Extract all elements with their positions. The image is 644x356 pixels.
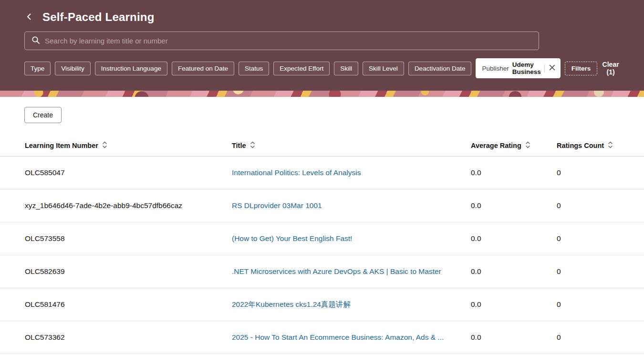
cell-average-rating: 0.0 (471, 333, 557, 342)
column-header-learning-item-number[interactable]: Learning Item Number (25, 141, 232, 150)
column-header-label: Learning Item Number (25, 142, 98, 149)
cell-learning-item-number: OLC573362 (25, 333, 232, 342)
filter-chip-featured-on-date[interactable]: Featured on Date (172, 62, 234, 75)
publisher-chip-value: Udemy Business (512, 61, 541, 75)
search-input[interactable] (45, 37, 532, 45)
table-row: xyz_1b646d46-7ade-4b2e-abb9-4bc57dfb66ca… (0, 189, 644, 222)
sort-icon[interactable] (525, 141, 530, 150)
back-button[interactable] (24, 12, 34, 23)
table-row: OLC581476 2022年Kubernetes cks1.24真题讲解 0.… (0, 288, 644, 321)
cell-title-link[interactable]: (How to Get) Your Best English Fast! (232, 234, 471, 243)
cell-title-link[interactable]: 2022年Kubernetes cks1.24真题讲解 (232, 300, 471, 310)
table-row: OLC585047 International Politics: Levels… (0, 157, 644, 189)
learning-items-table: Learning Item Number Title Average Ratin… (0, 135, 644, 354)
cell-learning-item-number: OLC585047 (25, 168, 232, 177)
filters-button[interactable]: Filters (565, 62, 598, 75)
filter-chip-type[interactable]: Type (24, 62, 51, 75)
publisher-chip-label: Publisher (482, 65, 509, 72)
table-row: OLC573362 2025 - How To Start An Ecommer… (0, 321, 644, 354)
table-row: OLC582639 .NET Microservices with Azure … (0, 255, 644, 288)
cell-average-rating: 0.0 (471, 267, 557, 276)
filter-chip-skill-level[interactable]: Skill Level (363, 62, 404, 75)
column-header-label: Title (232, 142, 246, 149)
column-header-label: Ratings Count (557, 142, 604, 149)
filter-chip-instruction-language[interactable]: Instruction Language (95, 62, 167, 75)
table-row: OLC573558 (How to Get) Your Best English… (0, 222, 644, 255)
filter-chip-skill[interactable]: Skill (334, 62, 358, 75)
search-icon (31, 36, 40, 46)
cell-average-rating: 0.0 (471, 168, 557, 177)
sort-icon[interactable] (102, 141, 107, 150)
create-button[interactable]: Create (24, 107, 62, 123)
cell-title-link[interactable]: 2025 - How To Start An Ecommerce Busines… (232, 333, 471, 342)
filter-chip-deactivation-date[interactable]: Deactivation Date (408, 62, 472, 75)
page-title: Self-Paced Learning (42, 10, 155, 24)
search-bar (24, 31, 539, 50)
cell-ratings-count: 0 (557, 300, 644, 309)
filter-chip-status[interactable]: Status (239, 62, 269, 75)
sort-icon[interactable] (250, 141, 255, 150)
sort-icon[interactable] (608, 141, 613, 150)
column-header-ratings-count[interactable]: Ratings Count (557, 141, 644, 150)
cell-average-rating: 0.0 (471, 234, 557, 243)
column-header-label: Average Rating (471, 142, 521, 149)
publisher-filter-chip[interactable]: Publisher Udemy Business (476, 58, 560, 78)
cell-ratings-count: 0 (557, 168, 644, 177)
column-header-title[interactable]: Title (232, 141, 471, 150)
filter-chip-visibility[interactable]: Visibility (55, 62, 91, 75)
main-content: Create Learning Item Number Title Averag… (0, 97, 644, 354)
cell-title-link[interactable]: RS DLprovider 03Mar 1001 (232, 201, 471, 210)
cell-average-rating: 0.0 (471, 300, 557, 309)
filter-chip-expected-effort[interactable]: Expected Effort (273, 62, 330, 75)
cell-learning-item-number: OLC581476 (25, 300, 232, 309)
filter-chips-row: Type Visibility Instruction Language Fea… (0, 50, 644, 91)
cell-learning-item-number: OLC582639 (25, 267, 232, 276)
table-header-row: Learning Item Number Title Average Ratin… (0, 135, 644, 157)
cell-ratings-count: 0 (557, 333, 644, 342)
close-icon (549, 64, 555, 72)
title-row: Self-Paced Learning (0, 10, 644, 24)
remove-publisher-filter-button[interactable] (548, 63, 556, 73)
app-header: Self-Paced Learning Type Visibility Inst… (0, 0, 644, 91)
chip-divider (544, 64, 545, 73)
column-header-average-rating[interactable]: Average Rating (471, 141, 557, 150)
cell-ratings-count: 0 (557, 267, 644, 276)
cell-learning-item-number: xyz_1b646d46-7ade-4b2e-abb9-4bc57dfb66ca… (25, 201, 232, 210)
cell-ratings-count: 0 (557, 234, 644, 243)
cell-average-rating: 0.0 (471, 201, 557, 210)
cell-title-link[interactable]: International Politics: Levels of Analys… (232, 168, 471, 177)
chevron-left-icon (25, 13, 33, 22)
cell-title-link[interactable]: .NET Microservices with Azure DevOps & A… (232, 267, 471, 276)
decorative-banner (0, 91, 644, 97)
cell-learning-item-number: OLC573558 (25, 234, 232, 243)
cell-ratings-count: 0 (557, 201, 644, 210)
clear-filters-button[interactable]: Clear (1) (602, 61, 620, 76)
